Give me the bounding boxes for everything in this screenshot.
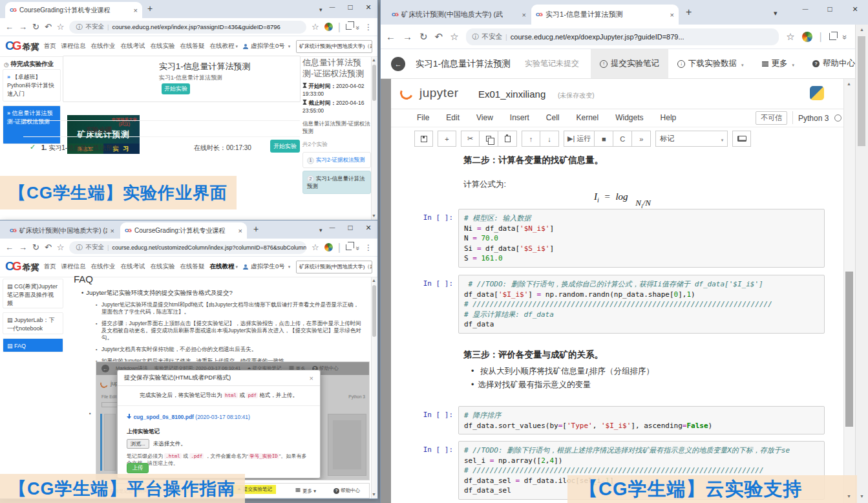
back-icon[interactable]: ← <box>5 242 14 252</box>
user-menu[interactable]: 虚拟学生0号 <box>242 262 290 271</box>
scroll-down-icon[interactable]: ▼ <box>372 492 376 497</box>
browser-menu-icon[interactable] <box>365 23 372 32</box>
close-button[interactable] <box>842 0 868 18</box>
extensions-chevron-icon[interactable] <box>354 25 362 28</box>
menu-insert[interactable]: Insert <box>510 113 529 122</box>
reload-icon[interactable]: ↻ <box>32 242 39 252</box>
browser-scroll-up-icon[interactable]: ▲ <box>860 27 864 32</box>
idm-extension-icon[interactable] <box>802 32 812 42</box>
forward-icon[interactable]: → <box>19 22 27 32</box>
browser-menu-icon[interactable] <box>365 243 372 252</box>
add-cell-button[interactable]: + <box>438 131 456 147</box>
save-button[interactable] <box>414 131 433 147</box>
browser-tab-course[interactable]: CG 矿床统计预测(中国地质大学) (武 <box>387 5 531 25</box>
close-button[interactable] <box>359 220 377 235</box>
idm-extension-icon[interactable] <box>324 243 333 252</box>
menu-file[interactable]: File <box>417 113 429 122</box>
bookmark-star-icon[interactable]: ☆ <box>312 242 319 252</box>
copy-button[interactable] <box>480 131 498 147</box>
uploaded-file-link[interactable]: cug_spod_0s_8100.pdf (2020-03-17 08:10:4… <box>127 414 320 420</box>
sidebar-item-jupyterlab[interactable]: JupyterLab：下一代notebook <box>3 312 63 334</box>
address-bar[interactable]: 不安全 | course.educg.net/customizedColumn/… <box>69 241 306 254</box>
history-icon[interactable]: ↶ <box>435 31 443 43</box>
move-down-button[interactable]: ↓ <box>540 131 559 147</box>
info-icon[interactable] <box>76 243 82 252</box>
notebook-title[interactable]: Ex01_xinxiliang <box>478 89 545 100</box>
reload-icon[interactable]: ↻ <box>419 31 428 43</box>
browser-tab-experiment[interactable]: CG 实习1-信息量计算法预测 <box>531 5 679 25</box>
close-button[interactable] <box>359 0 377 14</box>
nav-homework[interactable]: 在线作业 <box>91 42 116 50</box>
restart-run-all-button[interactable]: » <box>632 131 651 147</box>
forward-icon[interactable]: → <box>19 242 27 252</box>
nav-tutorial-active[interactable]: 在线教程 <box>210 262 238 271</box>
tab-close-icon[interactable] <box>111 227 114 235</box>
browse-button[interactable]: 浏览... <box>127 439 149 449</box>
download-data-button[interactable]: ↓ 下载实验数据 <box>668 49 753 78</box>
maximize-button[interactable] <box>341 0 359 14</box>
more-menu-button[interactable]: 更多 <box>753 49 804 78</box>
back-icon[interactable]: ← <box>5 22 14 32</box>
new-tab-button[interactable] <box>253 224 259 234</box>
bookmark-star-icon[interactable]: ☆ <box>57 22 65 32</box>
restart-kernel-button[interactable]: C <box>613 131 632 147</box>
menu-widgets[interactable]: Widgets <box>615 113 643 122</box>
notebook-scrollbar-thumb[interactable] <box>845 272 853 427</box>
nav-course-info[interactable]: 课程信息 <box>61 262 86 271</box>
nav-lab[interactable]: 在线实验 <box>151 262 175 271</box>
code-cell-input[interactable]: # //TODO: 删除下行语句，换成你自己的计算公式，获得Ii值存储于 df_… <box>458 275 825 334</box>
minimize-button[interactable] <box>323 220 341 235</box>
nav-lab[interactable]: 在线实验 <box>151 42 175 50</box>
command-palette-button[interactable] <box>732 131 751 147</box>
nav-qa[interactable]: 在线答疑 <box>180 42 205 50</box>
modal-close-icon[interactable]: × <box>310 374 313 382</box>
start-experiment-row-button[interactable]: 开始实验 <box>270 140 300 153</box>
nav-homework[interactable]: 在线作业 <box>91 262 116 271</box>
nav-qa[interactable]: 在线答疑 <box>180 262 205 271</box>
cg-logo[interactable]: CG希冀 <box>5 260 39 273</box>
menu-cell[interactable]: Cell <box>546 113 560 122</box>
sidebar-item-jupyter-video[interactable]: CG(希冀)Jupyter笔记界面及操作视频 <box>3 279 63 308</box>
bookmark-star-icon[interactable]: ☆ <box>450 31 458 43</box>
browser-tab-faq[interactable]: CG CourseGrading:计算机专业课程 <box>120 222 247 239</box>
cell-type-select[interactable]: 标记 <box>655 131 728 147</box>
tab-list-chevron-icon[interactable] <box>319 6 323 13</box>
idm-extension-icon[interactable] <box>324 23 333 31</box>
jupyter-logo-icon[interactable] <box>398 85 415 102</box>
menu-kernel[interactable]: Kernel <box>577 113 599 122</box>
experiment-link-1-active[interactable]: 2实习1-信息量计算法预测 <box>302 171 371 195</box>
jupyter-logo-text[interactable]: jupyter <box>419 86 459 100</box>
scrollbar-thumb[interactable] <box>372 65 376 101</box>
sidebar-item-python-course[interactable]: » 【卓越班】Python科学计算快速入门 <box>3 69 61 102</box>
run-button[interactable]: ▶| 运行 <box>564 131 595 147</box>
minimize-button[interactable] <box>323 0 341 14</box>
address-bar[interactable]: 不安全 | course.educg.net/exp/doexpJupyter.… <box>466 28 779 45</box>
paste-button[interactable] <box>498 131 517 147</box>
maximize-button[interactable] <box>341 220 359 235</box>
tab-close-icon[interactable] <box>134 6 138 14</box>
scroll-down-icon[interactable]: ▼ <box>372 213 376 218</box>
screenshot-extension-icon[interactable] <box>829 33 836 40</box>
nav-exam[interactable]: 在线考试 <box>121 262 145 271</box>
new-tab-button[interactable] <box>147 3 153 14</box>
experiment-link-2[interactable]: 1实习2-证据权法预测 <box>302 152 371 168</box>
forward-icon[interactable]: → <box>403 31 412 42</box>
bookmark-star-icon[interactable]: ☆ <box>57 242 65 252</box>
bookmark-star-icon[interactable]: ☆ <box>312 22 319 32</box>
bookmark-star-icon[interactable]: ☆ <box>786 31 794 43</box>
browser-scroll-down-icon[interactable]: ▼ <box>860 494 864 498</box>
info-icon[interactable] <box>76 23 82 32</box>
upload-button[interactable]: 上传 <box>127 463 149 473</box>
scroll-up-icon[interactable]: ▲ <box>372 278 376 283</box>
notebook-scroll-up-icon[interactable]: ▲ <box>847 81 851 86</box>
back-circle-icon[interactable]: ← <box>391 57 405 71</box>
reload-icon[interactable]: ↻ <box>32 22 39 32</box>
start-experiment-button[interactable]: 开始实验 <box>162 83 190 94</box>
notebook-scroll-down-icon[interactable]: ▼ <box>847 494 851 498</box>
extensions-chevron-icon[interactable] <box>354 246 362 248</box>
tab-close-icon[interactable] <box>670 11 674 19</box>
stop-button[interactable]: ■ <box>595 131 613 147</box>
nav-home[interactable]: 首页 <box>44 42 56 50</box>
extensions-chevron-icon[interactable] <box>840 35 850 38</box>
cut-button[interactable]: ✂ <box>461 131 480 147</box>
